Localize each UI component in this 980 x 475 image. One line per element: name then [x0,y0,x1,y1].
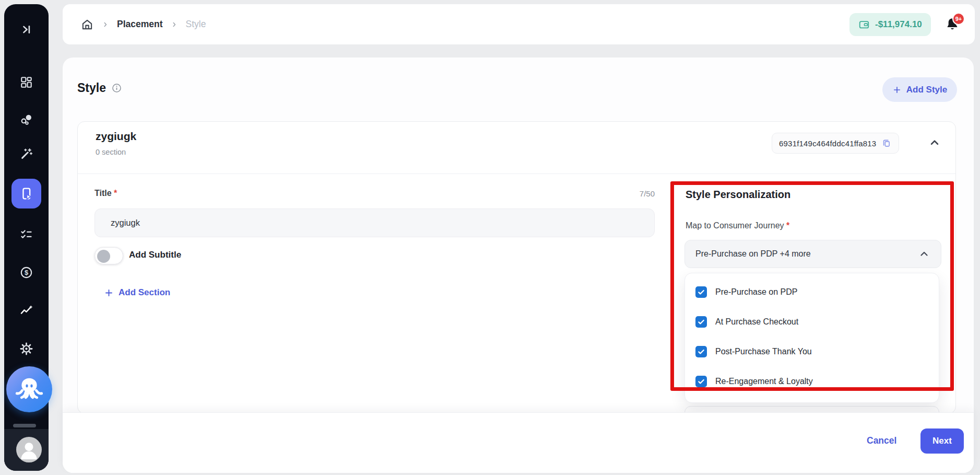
magic-wand-icon[interactable] [4,147,49,161]
sidebar-drag-handle[interactable] [13,424,36,427]
breadcrumb-item-placement[interactable]: Placement [117,19,163,30]
user-avatar[interactable] [16,437,42,462]
card-divider [78,173,955,174]
journey-option-label: Post-Purchase Thank You [715,347,812,356]
card-collapse-chevron-up-icon[interactable] [928,136,941,152]
notification-bell[interactable]: 9+ [944,16,963,37]
breadcrumb: Placement Style [80,4,206,44]
breadcrumb-separator-icon [102,21,109,28]
add-subtitle-label: Add Subtitle [129,250,181,260]
settings-gear-icon[interactable] [4,342,49,356]
plus-icon [104,288,114,298]
segments-icon[interactable] [4,112,49,126]
balance-pill[interactable]: -$11,974.10 [849,13,931,36]
style-id-pill[interactable]: 6931f149c464fddc41ffa813 [772,133,899,154]
toggle-knob [97,250,110,263]
copy-icon[interactable] [881,138,892,148]
journey-option-row[interactable]: Pre-Purchase on PDP [685,277,939,307]
title-field-label: Title * [95,189,117,198]
chevron-up-icon [918,248,930,260]
wallet-icon [858,19,870,30]
octopus-mascot-button[interactable] [6,366,52,412]
avatar-panel [4,429,49,471]
balance-amount: -$11,974.10 [875,19,922,30]
checklist-icon[interactable] [4,228,49,242]
svg-text:$: $ [25,269,28,276]
billing-dollar-icon[interactable]: $ [4,265,49,280]
journey-option-row[interactable]: At Purchase Checkout [685,307,939,337]
journey-field-label: Map to Consumer Journey * [686,221,789,230]
add-subtitle-toggle[interactable] [95,247,123,264]
checkbox-checked-icon[interactable] [695,376,707,387]
plus-icon [892,85,902,95]
add-style-label: Add Style [906,85,947,95]
journey-options-panel: Pre-Purchase on PDP At Purchase Checkout… [684,273,939,403]
style-card-section-count: 0 section [96,148,126,156]
journey-dropdown-value: Pre-Purchase on PDP +4 more [695,249,811,259]
add-section-label: Add Section [119,287,170,298]
title-input[interactable] [95,208,655,237]
style-id-value: 6931f149c464fddc41ffa813 [779,139,876,148]
analytics-trend-icon[interactable] [4,304,49,318]
sidebar-item-placements-active[interactable] [11,179,41,208]
info-icon[interactable] [111,83,122,94]
notification-badge: 9+ [952,13,965,25]
journey-option-row[interactable]: Re-Engagement & Loyalty [685,366,939,396]
journey-option-row[interactable]: Post-Purchase Thank You [685,337,939,366]
home-icon[interactable] [80,18,94,31]
add-style-button[interactable]: Add Style [882,77,957,102]
collapse-panel-icon[interactable] [4,22,49,37]
topbar: Placement Style -$11,974.10 9+ [63,4,975,44]
required-asterisk: * [114,189,117,198]
checkbox-checked-icon[interactable] [695,346,707,357]
next-button[interactable]: Next [920,428,964,454]
add-section-button[interactable]: Add Section [104,287,170,298]
journey-options-list: Pre-Purchase on PDP At Purchase Checkout… [685,277,939,396]
journey-option-label: At Purchase Checkout [715,317,798,327]
breadcrumb-item-style: Style [186,19,206,30]
required-asterisk: * [786,221,789,230]
checkbox-checked-icon[interactable] [695,286,707,298]
app-window: Placement Style -$11,974.10 9+ Style Add… [0,0,980,475]
style-card-name: zygiugk [96,130,136,143]
page-title: Style [77,81,106,95]
style-personalization-heading: Style Personalization [686,189,790,201]
footer-bar: Cancel Next [63,412,974,473]
checkbox-checked-icon[interactable] [695,316,707,328]
cancel-button[interactable]: Cancel [867,435,896,446]
dashboard-icon[interactable] [4,75,49,89]
journey-option-label: Pre-Purchase on PDP [715,287,797,297]
title-char-counter: 7/50 [616,189,655,198]
style-card: zygiugk 0 section 6931f149c464fddc41ffa8… [77,121,956,414]
journey-dropdown[interactable]: Pre-Purchase on PDP +4 more [684,240,941,268]
journey-option-label: Re-Engagement & Loyalty [715,377,813,386]
breadcrumb-separator-icon [171,21,178,28]
